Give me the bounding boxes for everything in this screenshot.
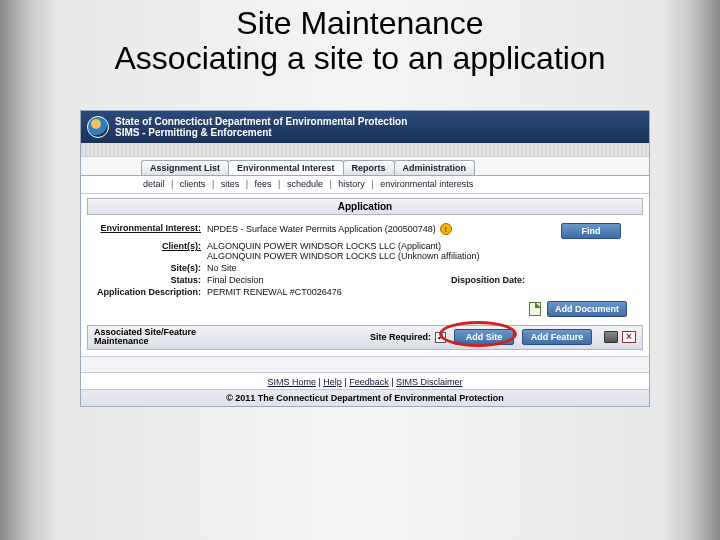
header-system: SIMS - Permitting & Enforcement — [115, 127, 407, 139]
slide-title-line2: Associating a site to an application — [0, 41, 720, 76]
add-feature-button[interactable]: Add Feature — [522, 329, 592, 345]
client-value-2: ALGONQUIN POWER WINDSOR LOCKS LLC (Unkno… — [207, 251, 635, 261]
footer-copyright: © 2011 The Connecticut Department of Env… — [81, 389, 649, 406]
subnav-sites[interactable]: sites — [219, 179, 242, 189]
add-document-button[interactable]: Add Document — [547, 301, 627, 317]
sub-nav: detail | clients | sites | fees | schedu… — [81, 176, 649, 194]
add-site-button[interactable]: Add Site — [454, 329, 514, 345]
site-required-label: Site Required: — [370, 332, 431, 342]
status-value: Final Decision — [207, 275, 451, 285]
site-required-checkbox[interactable]: ✓ — [435, 332, 446, 343]
subnav-env-interests[interactable]: environmental interests — [378, 179, 475, 189]
printer-icon[interactable] — [604, 331, 618, 343]
warning-icon[interactable]: ! — [440, 223, 452, 235]
app-desc-label: Application Description: — [95, 287, 207, 297]
application-section-title: Application — [87, 198, 643, 215]
close-icon[interactable]: × — [622, 331, 636, 343]
app-header: State of Connecticut Department of Envir… — [81, 111, 649, 143]
footer-link-home[interactable]: SIMS Home — [267, 377, 316, 387]
tab-environmental-interest[interactable]: Environmental Interest — [228, 160, 344, 175]
subnav-fees[interactable]: fees — [253, 179, 274, 189]
spacer — [81, 356, 649, 372]
associated-site-bar: Associated Site/FeatureMaintenance Site … — [87, 325, 643, 350]
sites-label: Site(s): — [95, 263, 207, 273]
subnav-history[interactable]: history — [336, 179, 367, 189]
footer-links: SIMS Home | Help | Feedback | SIMS Discl… — [81, 372, 649, 389]
app-desc-value: PERMIT RENEWAL #CT0026476 — [207, 287, 635, 297]
document-icon[interactable] — [529, 302, 541, 316]
header-org: State of Connecticut Department of Envir… — [115, 116, 407, 128]
clients-label: Client(s): — [95, 241, 207, 251]
app-window: State of Connecticut Department of Envir… — [80, 110, 650, 407]
dep-logo-icon — [87, 116, 109, 138]
status-label: Status: — [95, 275, 207, 285]
find-button[interactable]: Find — [561, 223, 621, 239]
toolbar-strip — [81, 143, 649, 157]
subnav-schedule[interactable]: schedule — [285, 179, 325, 189]
tab-reports[interactable]: Reports — [343, 160, 395, 175]
tab-administration[interactable]: Administration — [394, 160, 476, 175]
subnav-clients[interactable]: clients — [178, 179, 208, 189]
sites-value: No Site — [207, 263, 635, 273]
slide-title: Site Maintenance Associating a site to a… — [0, 0, 720, 76]
env-interest-value: NPDES - Surface Water Permits Applicatio… — [207, 224, 436, 234]
client-value-1: ALGONQUIN POWER WINDSOR LOCKS LLC (Appli… — [207, 241, 635, 251]
footer-link-disclaimer[interactable]: SIMS Disclaimer — [396, 377, 463, 387]
tab-assignment-list[interactable]: Assignment List — [141, 160, 229, 175]
footer-link-help[interactable]: Help — [323, 377, 342, 387]
env-interest-label: Environmental Interest: — [95, 223, 207, 233]
application-form: Environmental Interest: NPDES - Surface … — [87, 219, 643, 325]
footer-link-feedback[interactable]: Feedback — [349, 377, 389, 387]
slide-title-line1: Site Maintenance — [0, 6, 720, 41]
disposition-date-label: Disposition Date: — [451, 275, 635, 285]
main-tabs: Assignment List Environmental Interest R… — [81, 157, 649, 176]
assoc-title: Associated Site/FeatureMaintenance — [94, 328, 214, 347]
subnav-detail[interactable]: detail — [141, 179, 167, 189]
